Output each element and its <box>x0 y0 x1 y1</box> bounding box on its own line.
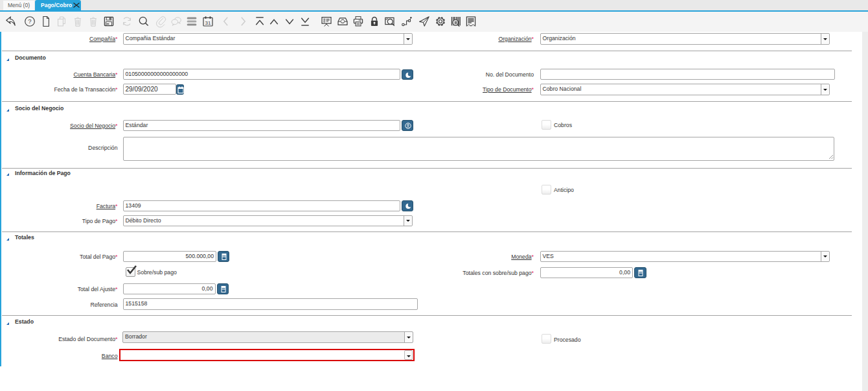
svg-text:31: 31 <box>205 20 211 26</box>
svg-text:?: ? <box>28 18 31 25</box>
